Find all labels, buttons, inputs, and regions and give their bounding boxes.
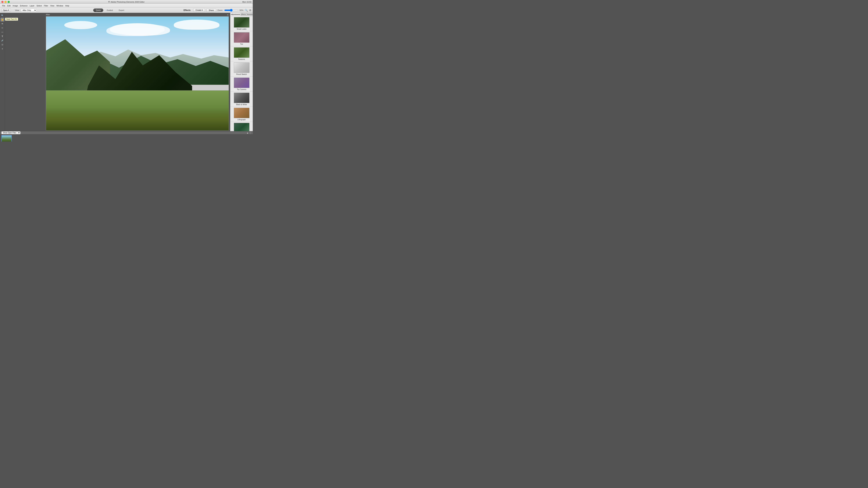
minimize-window-btn[interactable] xyxy=(4,1,7,3)
effects-tab[interactable]: Effects xyxy=(241,13,246,16)
app-title: ⚙ Adobe Photoshop Elements 2020 Editor xyxy=(108,1,145,3)
title-bar: ⚙ Adobe Photoshop Elements 2020 Editor M… xyxy=(0,0,253,4)
toolbar-right: Effects Create ▾ Share Zoom: 50% 🔍 ⚙ xyxy=(184,8,251,12)
effects-header: Effects xyxy=(184,9,190,11)
hand-icon: ✋ xyxy=(1,19,4,21)
title-bar-right: Mon 15:50 xyxy=(242,1,251,3)
mode-buttons: Quick Guided Expert xyxy=(38,8,182,12)
quick-mode-btn[interactable]: Quick xyxy=(93,8,103,12)
create-button[interactable]: Create ▾ xyxy=(193,8,205,12)
main-layout: 🔍 ✋ Hand Tool (H) 👁 ✏ — T 💉 ⊡ + After ✕ xyxy=(0,13,253,131)
toolbar: Open ▾ View: After Only Before Only Befo… xyxy=(0,8,253,13)
effect-item-cross-process[interactable]: Cross Process xyxy=(230,122,253,131)
cloud-2 xyxy=(64,21,97,29)
mountain-image xyxy=(46,17,229,130)
maximize-window-btn[interactable] xyxy=(8,1,10,3)
effect-name: Smart Looks xyxy=(237,28,246,30)
effect-thumbnail xyxy=(234,77,249,88)
canvas-area: After ✕ xyxy=(5,13,230,131)
add-tool[interactable]: + xyxy=(1,47,4,51)
bottom-toolbar: Show Open Files ▲ ⋮ xyxy=(0,131,253,134)
hand-tool[interactable]: ✋ Hand Tool (H) xyxy=(1,18,4,22)
brush-icon: ✏ xyxy=(2,27,3,29)
effect-item-smart-looks[interactable]: Smart Looks xyxy=(230,16,253,31)
window-controls[interactable] xyxy=(1,1,10,3)
effect-thumbnail xyxy=(234,17,249,28)
image-container xyxy=(46,16,229,130)
hand-tool-tooltip: Hand Tool (H) xyxy=(5,18,18,21)
expert-mode-btn[interactable]: Expert xyxy=(116,8,127,12)
bottom-panel: Show Open Files ▲ ⋮ xyxy=(0,131,253,141)
bottom-panel-icons: ▲ ⋮ xyxy=(247,132,251,134)
effect-thumbnail xyxy=(234,47,249,58)
collapse-panel-btn[interactable]: ▲ xyxy=(247,132,249,134)
cloud-3 xyxy=(174,20,219,30)
effect-item-tint[interactable]: Tint xyxy=(230,31,253,46)
menu-item-enhance[interactable]: Enhance xyxy=(19,4,28,7)
menu-item-file[interactable]: File xyxy=(1,4,6,7)
menu-bar: FileEditImageEnhanceLayerSelectFilterVie… xyxy=(0,4,253,8)
effect-item-black-white[interactable]: Black & White xyxy=(230,92,253,107)
effect-item-seasons[interactable]: Seasons xyxy=(230,46,253,61)
app-icon: ⚙ xyxy=(108,1,110,3)
right-panel: Adjustments Effects Textures Frames Smar… xyxy=(230,13,253,131)
effect-name: Seasons xyxy=(238,58,245,60)
crop-tool[interactable]: ⊡ xyxy=(1,43,4,46)
textures-tab[interactable]: Textures xyxy=(246,13,253,16)
eraser-tool[interactable]: — xyxy=(1,30,4,34)
effect-name: Lithograph xyxy=(238,119,246,121)
effect-name: Tint xyxy=(240,43,243,45)
crop-icon: ⊡ xyxy=(2,43,3,46)
zoom-icon: 🔍 xyxy=(1,14,4,17)
search-icon[interactable]: 🔍 xyxy=(245,9,248,12)
panel-menu-btn[interactable]: ⋮ xyxy=(249,132,251,134)
zoom-value: 50% xyxy=(240,9,243,11)
eraser-icon: — xyxy=(1,31,3,33)
effect-item-pencil-sketch[interactable]: Pencil Sketch xyxy=(230,61,253,76)
left-toolbox: 🔍 ✋ Hand Tool (H) 👁 ✏ — T 💉 ⊡ + xyxy=(0,13,5,131)
close-window-btn[interactable] xyxy=(1,1,3,3)
effect-name: Pencil Sketch xyxy=(236,73,247,75)
open-button[interactable]: Open ▾ xyxy=(1,8,11,12)
effects-list: Smart LooksTintSeasonsPencil SketchToy C… xyxy=(230,16,253,131)
cloud-1 xyxy=(110,23,165,35)
menu-item-edit[interactable]: Edit xyxy=(7,4,11,7)
view-select[interactable]: After Only Before Only Before & After Ho… xyxy=(21,9,37,12)
effect-thumbnail xyxy=(234,108,249,118)
menu-item-help[interactable]: Help xyxy=(65,4,70,7)
menu-item-window[interactable]: Window xyxy=(56,4,64,7)
adjustments-tab[interactable]: Adjustments xyxy=(230,13,241,16)
zoom-label: Zoom: xyxy=(218,9,223,11)
settings-icon[interactable]: ⚙ xyxy=(249,9,251,12)
photo-thumbnail[interactable] xyxy=(1,135,12,141)
effect-item-toy-camera[interactable]: Toy Camera xyxy=(230,76,253,92)
text-tool[interactable]: T xyxy=(1,34,4,38)
menu-item-select[interactable]: Select xyxy=(36,4,42,7)
show-open-files-select[interactable]: Show Open Files xyxy=(1,131,21,134)
guided-mode-btn[interactable]: Guided xyxy=(104,8,115,12)
effect-thumbnail xyxy=(234,93,249,103)
menu-item-layer[interactable]: Layer xyxy=(29,4,35,7)
menu-item-view[interactable]: View xyxy=(50,4,55,7)
effect-name: Black & White xyxy=(236,104,247,105)
effect-item-lithograph[interactable]: Lithograph xyxy=(230,107,253,122)
share-button[interactable]: Share xyxy=(207,8,216,12)
effect-thumbnail xyxy=(234,62,249,73)
zoom-tool[interactable]: 🔍 xyxy=(1,13,4,18)
effect-thumbnail xyxy=(234,32,249,43)
effect-name: Toy Camera xyxy=(237,89,246,90)
view-label: View: xyxy=(15,9,20,11)
foreground-detail xyxy=(46,107,229,130)
text-icon: T xyxy=(2,35,3,38)
menu-items: FileEditImageEnhanceLayerSelectFilterVie… xyxy=(1,4,70,7)
canvas-close-btn[interactable]: ✕ xyxy=(227,13,229,16)
bottom-content xyxy=(0,134,253,141)
menu-item-filter[interactable]: Filter xyxy=(43,4,49,7)
menu-item-image[interactable]: Image xyxy=(12,4,19,7)
smart-brush-tool[interactable]: 👁 xyxy=(1,22,4,26)
zoom-slider[interactable] xyxy=(224,9,238,12)
eyedropper-tool[interactable]: 💉 xyxy=(1,38,4,42)
smart-brush-icon: 👁 xyxy=(1,23,3,25)
brush-tool[interactable]: ✏ xyxy=(1,26,4,30)
canvas-label: After xyxy=(46,13,50,15)
